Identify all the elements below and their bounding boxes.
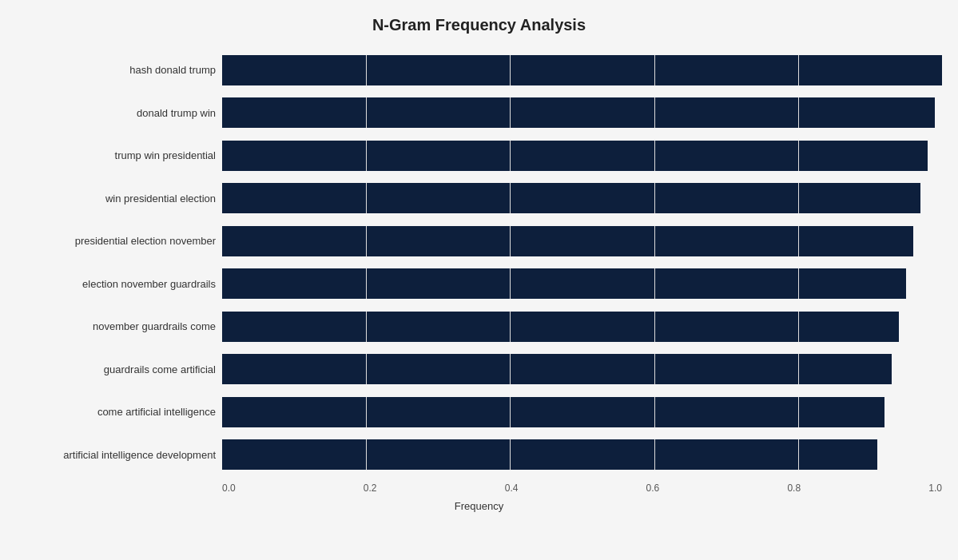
bar-row: come artificial intelligence — [16, 391, 942, 434]
bar-track-wrapper — [222, 183, 942, 213]
bar-row: win presidential election — [16, 177, 942, 220]
bar-row: presidential election november — [16, 220, 942, 263]
bar-track — [222, 312, 942, 342]
bar-track — [222, 268, 942, 299]
bar-label: trump win presidential — [16, 149, 222, 161]
bar-track-wrapper — [222, 439, 942, 470]
bar-label: election november guardrails — [16, 278, 222, 290]
x-tick-label: 1.0 — [928, 483, 942, 494]
bar-label: hash donald trump — [16, 64, 222, 76]
bar-fill — [222, 354, 892, 384]
bar-track-wrapper — [222, 312, 942, 342]
bar-row: election november guardrails — [16, 263, 942, 306]
x-axis-title: Frequency — [16, 500, 942, 512]
bar-row: donald trump win — [16, 92, 942, 135]
bar-label: artificial intelligence development — [16, 449, 222, 461]
bar-track-wrapper — [222, 97, 942, 128]
bar-fill — [222, 439, 877, 470]
bar-track-wrapper — [222, 397, 942, 427]
bar-track — [222, 55, 942, 85]
x-axis-labels: 0.00.20.40.60.81.0 — [222, 479, 942, 494]
bar-fill — [222, 183, 920, 213]
x-axis: 0.00.20.40.60.81.0 Frequency — [16, 479, 942, 512]
bar-row: hash donald trump — [16, 49, 942, 92]
bar-track-wrapper — [222, 268, 942, 299]
bar-track — [222, 183, 942, 213]
bar-track-wrapper — [222, 55, 942, 85]
bar-track — [222, 141, 942, 171]
x-tick-label: 0.0 — [222, 483, 236, 494]
bar-fill — [222, 55, 942, 85]
bar-track-wrapper — [222, 354, 942, 384]
bar-label: come artificial intelligence — [16, 406, 222, 418]
bar-fill — [222, 268, 906, 299]
bar-label: presidential election november — [16, 235, 222, 247]
x-tick-label: 0.8 — [787, 483, 801, 494]
bar-row: artificial intelligence development — [16, 434, 942, 477]
bar-track — [222, 354, 942, 384]
bar-track — [222, 397, 942, 427]
bar-fill — [222, 141, 928, 171]
bar-fill — [222, 226, 913, 256]
bar-track — [222, 226, 942, 256]
x-tick-label: 0.4 — [505, 483, 519, 494]
x-tick-label: 0.6 — [646, 483, 660, 494]
bar-fill — [222, 312, 899, 342]
bar-track — [222, 97, 942, 128]
chart-area: hash donald trumpdonald trump wintrump w… — [16, 49, 942, 476]
bar-track-wrapper — [222, 226, 942, 256]
bar-track — [222, 439, 942, 470]
bar-track-wrapper — [222, 141, 942, 171]
bar-label: win presidential election — [16, 193, 222, 205]
bar-fill — [222, 397, 884, 427]
bar-row: november guardrails come — [16, 305, 942, 348]
bar-label: guardrails come artificial — [16, 363, 222, 375]
bar-row: trump win presidential — [16, 134, 942, 177]
chart-title: N-Gram Frequency Analysis — [372, 16, 586, 34]
bar-label: november guardrails come — [16, 320, 222, 332]
bar-label: donald trump win — [16, 107, 222, 119]
chart-container: N-Gram Frequency Analysis hash donald tr… — [0, 0, 958, 560]
bar-row: guardrails come artificial — [16, 348, 942, 391]
bar-fill — [222, 97, 935, 128]
x-tick-label: 0.2 — [364, 483, 377, 494]
